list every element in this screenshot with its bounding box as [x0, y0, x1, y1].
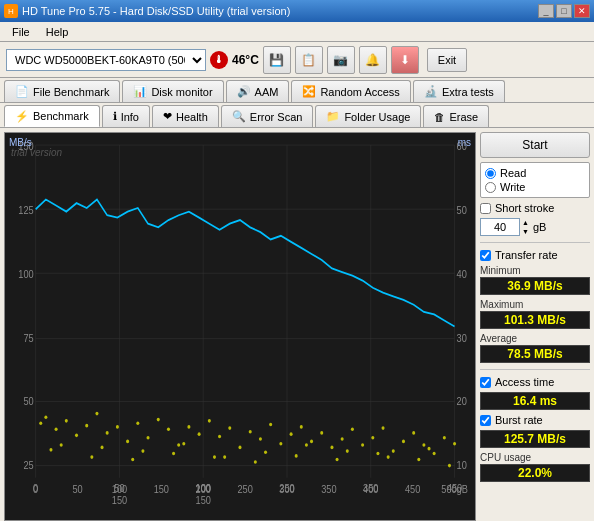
svg-text:25: 25 — [23, 459, 34, 471]
folder-usage-icon: 📁 — [326, 110, 340, 123]
svg-text:20: 20 — [457, 395, 468, 407]
tab-aam[interactable]: 🔊 AAM — [226, 80, 290, 102]
minimum-label: Minimum — [480, 265, 590, 276]
svg-point-100 — [223, 455, 226, 459]
access-time-checkbox[interactable] — [480, 377, 491, 388]
minimize-button[interactable]: _ — [538, 4, 554, 18]
temperature-value: 46°C — [232, 53, 259, 67]
minimum-value: 36.9 MB/s — [480, 277, 590, 295]
tab-health[interactable]: ❤ Health — [152, 105, 219, 127]
svg-point-45 — [44, 415, 47, 419]
spinbox-input[interactable] — [480, 218, 520, 236]
exit-button[interactable]: Exit — [427, 48, 467, 72]
burst-rate-stat: 125.7 MB/s — [480, 430, 590, 448]
svg-point-89 — [172, 452, 175, 456]
read-radio[interactable] — [485, 168, 496, 179]
toolbar-btn-2[interactable]: 📋 — [295, 46, 323, 74]
svg-point-49 — [85, 424, 88, 428]
maximize-button[interactable]: □ — [556, 4, 572, 18]
cpu-usage-value: 22.0% — [480, 464, 590, 482]
access-time-checkbox-item[interactable]: Access time — [480, 376, 590, 388]
menu-help[interactable]: Help — [38, 24, 77, 40]
transfer-rate-checkbox[interactable] — [480, 250, 491, 261]
svg-point-85 — [453, 442, 456, 446]
menu-bar: File Help — [0, 22, 594, 42]
svg-point-104 — [387, 455, 390, 459]
start-button[interactable]: Start — [480, 132, 590, 158]
svg-point-65 — [249, 430, 252, 434]
maximum-stat: Maximum 101.3 MB/s — [480, 299, 590, 329]
cpu-usage-stat: CPU usage 22.0% — [480, 452, 590, 482]
toolbar-btn-4[interactable]: 🔔 — [359, 46, 387, 74]
burst-rate-checkbox-label: Burst rate — [495, 414, 543, 426]
write-radio[interactable] — [485, 182, 496, 193]
spinbox-container: ▲ ▼ gB — [480, 218, 590, 236]
toolbar-btn-1[interactable]: 💾 — [263, 46, 291, 74]
extra-tests-icon: 🔬 — [424, 85, 438, 98]
window-title: HD Tune Pro 5.75 - Hard Disk/SSD Utility… — [22, 5, 290, 17]
close-button[interactable]: ✕ — [574, 4, 590, 18]
short-stroke-checkbox[interactable] — [480, 203, 491, 214]
tab-disk-monitor[interactable]: 📊 Disk monitor — [122, 80, 223, 102]
burst-rate-checkbox[interactable] — [480, 415, 491, 426]
toolbar-btn-3[interactable]: 📷 — [327, 46, 355, 74]
access-time-checkbox-label: Access time — [495, 376, 554, 388]
svg-text:50: 50 — [457, 204, 468, 216]
burst-rate-checkbox-item[interactable]: Burst rate — [480, 414, 590, 426]
svg-point-64 — [238, 446, 241, 450]
read-label: Read — [500, 167, 526, 179]
svg-point-86 — [49, 448, 52, 452]
svg-text:150: 150 — [196, 495, 212, 507]
svg-point-90 — [213, 455, 216, 459]
svg-text:100: 100 — [112, 484, 128, 496]
svg-text:400: 400 — [363, 484, 379, 496]
spinbox-up-down[interactable]: ▲ ▼ — [522, 218, 529, 236]
read-radio-item[interactable]: Read — [485, 167, 585, 179]
svg-point-67 — [269, 423, 272, 427]
write-radio-item[interactable]: Write — [485, 181, 585, 193]
window-controls: _ □ ✕ — [538, 4, 590, 18]
tab-info[interactable]: ℹ Info — [102, 105, 150, 127]
right-panel: Start Read Write Short stroke ▲ ▼ — [480, 132, 590, 521]
average-value: 78.5 MB/s — [480, 345, 590, 363]
svg-point-92 — [295, 454, 298, 458]
transfer-rate-checkbox-item[interactable]: Transfer rate — [480, 249, 590, 261]
tab-folder-usage[interactable]: 📁 Folder Usage — [315, 105, 421, 127]
app-icon: H — [4, 4, 18, 18]
svg-point-44 — [39, 421, 42, 425]
svg-point-83 — [433, 452, 436, 456]
average-label: Average — [480, 333, 590, 344]
erase-icon: 🗑 — [434, 111, 445, 123]
file-benchmark-icon: 📄 — [15, 85, 29, 98]
menu-file[interactable]: File — [4, 24, 38, 40]
random-access-icon: 🔀 — [302, 85, 316, 98]
tab-extra-tests[interactable]: 🔬 Extra tests — [413, 80, 505, 102]
svg-point-94 — [376, 452, 379, 456]
svg-point-91 — [254, 460, 257, 464]
tab-benchmark[interactable]: ⚡ Benchmark — [4, 105, 100, 127]
short-stroke-checkbox-item[interactable]: Short stroke — [480, 202, 590, 214]
tab-erase[interactable]: 🗑 Erase — [423, 105, 489, 127]
benchmark-icon: ⚡ — [15, 110, 29, 123]
svg-point-59 — [187, 425, 190, 429]
svg-point-106 — [448, 464, 451, 468]
svg-point-57 — [167, 427, 170, 431]
tab-error-scan[interactable]: 🔍 Error Scan — [221, 105, 314, 127]
svg-point-80 — [402, 440, 405, 444]
main-content: MB/s ms trial version 150 — [0, 128, 594, 521]
svg-point-93 — [336, 458, 339, 462]
toolbar-btn-5[interactable]: ⬇ — [391, 46, 419, 74]
svg-text:150: 150 — [154, 484, 170, 496]
svg-point-58 — [177, 443, 180, 447]
tab-random-access[interactable]: 🔀 Random Access — [291, 80, 410, 102]
tab-info-label: Info — [121, 111, 139, 123]
tab-file-benchmark[interactable]: 📄 File Benchmark — [4, 80, 120, 102]
svg-text:450: 450 — [405, 484, 421, 496]
maximum-value: 101.3 MB/s — [480, 311, 590, 329]
tab-extra-tests-label: Extra tests — [442, 86, 494, 98]
svg-point-69 — [290, 432, 293, 436]
drive-select[interactable]: WDC WD5000BEKT-60KA9T0 (500 gB) — [6, 49, 206, 71]
svg-text:125: 125 — [18, 204, 34, 216]
svg-text:50: 50 — [72, 484, 83, 496]
write-label: Write — [500, 181, 525, 193]
